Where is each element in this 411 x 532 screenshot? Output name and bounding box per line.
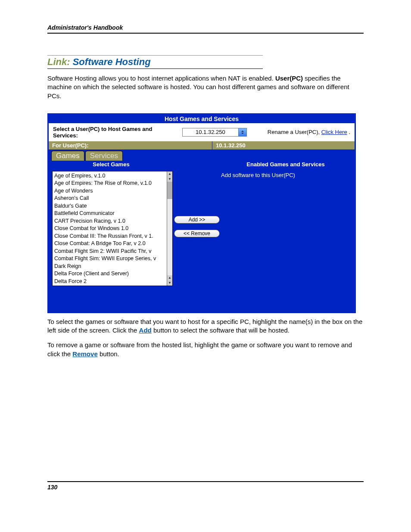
list-item[interactable]: Close Combat: A Bridge Too Far, v 2.0 <box>54 240 167 248</box>
listbox-scrollbar[interactable]: ▲ ▼ ▲ ▼ <box>167 171 172 286</box>
svg-marker-0 <box>241 131 244 132</box>
add-label-inline: Add <box>139 327 152 334</box>
list-item[interactable]: Close Combat III: The Russian Front, v 1… <box>54 233 167 240</box>
host-games-panel: Host Games and Services Select a User(PC… <box>47 113 356 313</box>
select-user-row: Select a User(PC) to Host Games and Serv… <box>49 123 355 141</box>
intro-part1: Software Hosting allows you to host inte… <box>47 75 275 82</box>
section-heading-rule: Link: Software Hosting <box>47 55 263 69</box>
remove-label-inline: Remove <box>72 350 97 358</box>
main-area: Age of Empires, v.1.0Age of Empires: The… <box>49 168 355 312</box>
col-header-enabled: Enabled Games and Services <box>217 160 355 168</box>
list-item[interactable]: Combat Flight Sim 2: WWII Pacific Thr, v <box>54 248 167 255</box>
list-item[interactable]: Dark Reign <box>54 263 167 271</box>
instructions-add: To select the games or software that you… <box>47 317 364 335</box>
list-item[interactable]: Delta Force 2 <box>54 278 167 286</box>
user-ip-value: 10.1.32.250 <box>182 128 238 137</box>
add-button[interactable]: Add >> <box>174 216 220 224</box>
rename-user-link[interactable]: Click Here <box>321 129 347 135</box>
remove-button[interactable]: << Remove <box>174 230 220 237</box>
scroll-up2-icon[interactable]: ▲ <box>167 275 172 280</box>
tab-services[interactable]: Services <box>85 151 123 161</box>
heading-title: Software Hosting <box>73 56 151 67</box>
rename-user-text: Rename a User(PC), Click Here . <box>268 129 350 136</box>
page-header: Administrator's Handbook <box>47 24 364 34</box>
select-user-label: Select a User(PC) to Host Games and Serv… <box>53 126 178 139</box>
intro-bold: User(PC) <box>275 75 303 82</box>
user-ip-select[interactable]: 10.1.32.250 <box>182 128 247 137</box>
enabled-placeholder: Add software to this User(PC) <box>221 172 295 178</box>
header-title: Administrator's Handbook <box>47 24 123 31</box>
scroll-down-icon[interactable]: ▼ <box>167 177 172 182</box>
scroll-down2-icon[interactable]: ▼ <box>167 280 172 286</box>
add-remove-buttons: Add >> << Remove <box>176 171 218 237</box>
list-item[interactable]: Asheron's Call <box>54 195 167 202</box>
list-item[interactable]: Age of Empires: The Rise of Rome, v.1.0 <box>54 180 167 187</box>
page-number: 130 <box>47 484 57 491</box>
tabs-row: Games Services <box>49 149 355 160</box>
games-listbox[interactable]: Age of Empires, v.1.0Age of Empires: The… <box>52 171 173 286</box>
list-item[interactable]: Delta Force (Client and Server) <box>54 270 167 278</box>
enabled-list: Add software to this User(PC) <box>221 171 351 178</box>
tab-games[interactable]: Games <box>51 151 84 161</box>
instructions-remove: To remove a game or software from the ho… <box>47 341 364 358</box>
list-item[interactable]: Age of Empires, v.1.0 <box>54 172 167 180</box>
list-item[interactable]: Combat Flight Sim: WWII Europe Series, v <box>54 255 167 263</box>
page-footer: 130 <box>47 481 364 491</box>
column-headers: Select Games Enabled Games and Services <box>49 160 355 168</box>
heading-prefix: Link: <box>47 56 70 67</box>
list-item[interactable]: Baldur's Gate <box>54 202 167 210</box>
list-item[interactable]: CART Precision Racing, v 1.0 <box>54 218 167 225</box>
for-user-value: 10.1.32.250 <box>212 141 355 149</box>
list-item[interactable]: Close Combat for Windows 1.0 <box>54 225 167 233</box>
list-item[interactable]: Battlefield Communicator <box>54 210 167 218</box>
panel-title: Host Games and Services <box>49 115 355 123</box>
scroll-up-icon[interactable]: ▲ <box>167 171 172 177</box>
intro-paragraph: Software Hosting allows you to host inte… <box>47 74 364 100</box>
for-user-label: For User(PC): <box>49 141 212 149</box>
svg-marker-1 <box>241 133 244 134</box>
col-header-select-games: Select Games <box>49 160 174 168</box>
dropdown-arrows-icon[interactable] <box>238 128 247 137</box>
for-user-row: For User(PC): 10.1.32.250 <box>49 141 355 149</box>
list-item[interactable]: Age of Wonders <box>54 187 167 195</box>
scroll-thumb[interactable] <box>167 182 172 199</box>
